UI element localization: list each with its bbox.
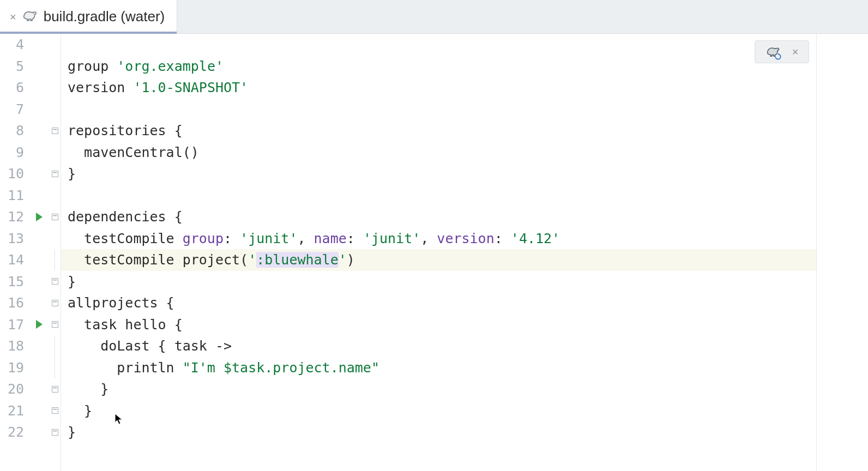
run-gutter-cell[interactable]	[29, 142, 49, 164]
fold-open-icon[interactable]	[52, 128, 58, 134]
fold-gutter-cell[interactable]	[49, 228, 61, 250]
run-gutter-cell[interactable]	[29, 314, 49, 336]
code-token: version	[68, 80, 133, 95]
run-gutter-cell[interactable]	[29, 99, 49, 120]
code-line[interactable]: doLast { task ->	[61, 335, 816, 357]
run-gutter-cell[interactable]	[29, 357, 49, 379]
run-gutter-cell[interactable]	[29, 421, 49, 443]
line-number[interactable]: 15	[0, 271, 24, 293]
fold-gutter-cell[interactable]	[49, 142, 61, 164]
line-number[interactable]: 21	[0, 400, 24, 422]
line-number[interactable]: 11	[0, 185, 24, 207]
code-line[interactable]: mavenCentral()	[61, 142, 816, 164]
run-gutter-cell[interactable]	[29, 185, 49, 207]
gradle-reload-icon[interactable]	[765, 44, 781, 59]
fold-open-icon[interactable]	[52, 321, 58, 328]
code-token: '1.0-SNAPSHOT'	[133, 80, 248, 95]
code-line[interactable]: version '1.0-SNAPSHOT'	[61, 77, 816, 99]
run-icon[interactable]	[36, 213, 43, 221]
fold-close-icon[interactable]	[52, 407, 58, 414]
run-gutter[interactable]	[29, 34, 49, 471]
line-number[interactable]: 9	[0, 142, 24, 164]
fold-gutter-cell[interactable]	[49, 163, 61, 185]
code-line[interactable]: }	[61, 421, 816, 443]
fold-gutter-cell[interactable]	[49, 421, 61, 443]
code-line[interactable]: }	[61, 378, 816, 400]
fold-gutter-cell[interactable]	[49, 271, 61, 293]
line-number[interactable]: 12	[0, 206, 24, 228]
line-number[interactable]: 17	[0, 314, 24, 336]
fold-gutter-cell[interactable]	[49, 357, 61, 379]
gradle-reload-close-icon[interactable]: ×	[792, 46, 799, 58]
code-line[interactable]: }	[61, 400, 816, 422]
run-gutter-cell[interactable]	[29, 120, 49, 142]
line-number[interactable]: 7	[0, 99, 24, 120]
line-number-gutter[interactable]: 45678910111213141516171819202122	[0, 34, 29, 471]
code-line[interactable]	[61, 99, 816, 120]
run-gutter-cell[interactable]	[29, 56, 49, 77]
line-number[interactable]: 10	[0, 163, 24, 185]
line-number[interactable]: 20	[0, 378, 24, 400]
run-gutter-cell[interactable]	[29, 206, 49, 228]
code-line[interactable]: task hello {	[61, 314, 816, 336]
fold-gutter-cell[interactable]	[49, 77, 61, 99]
line-number[interactable]: 16	[0, 292, 24, 314]
line-number[interactable]: 4	[0, 34, 24, 56]
code-line[interactable]: dependencies {	[61, 206, 816, 228]
line-number[interactable]: 22	[0, 421, 24, 443]
run-gutter-cell[interactable]	[29, 34, 49, 56]
run-gutter-cell[interactable]	[29, 249, 49, 271]
run-gutter-cell[interactable]	[29, 271, 49, 293]
fold-gutter-cell[interactable]	[49, 378, 61, 400]
run-icon[interactable]	[36, 320, 43, 329]
fold-gutter-cell[interactable]	[49, 185, 61, 207]
fold-gutter-cell[interactable]	[49, 99, 61, 120]
run-gutter-cell[interactable]	[29, 378, 49, 400]
code-line[interactable]: repositories {	[61, 120, 816, 142]
fold-gutter[interactable]	[49, 34, 61, 471]
gradle-reload-widget[interactable]: ×	[755, 40, 809, 63]
fold-gutter-cell[interactable]	[49, 292, 61, 314]
fold-gutter-cell[interactable]	[49, 206, 61, 228]
run-gutter-cell[interactable]	[29, 335, 49, 357]
line-number[interactable]: 18	[0, 335, 24, 357]
code-editor[interactable]: 45678910111213141516171819202122 group '…	[0, 34, 868, 471]
fold-gutter-cell[interactable]	[49, 56, 61, 77]
line-number[interactable]: 8	[0, 120, 24, 142]
line-number[interactable]: 14	[0, 249, 24, 271]
line-number[interactable]: 5	[0, 56, 24, 77]
run-gutter-cell[interactable]	[29, 228, 49, 250]
fold-gutter-cell[interactable]	[49, 400, 61, 422]
fold-gutter-cell[interactable]	[49, 120, 61, 142]
code-line[interactable]: }	[61, 163, 816, 185]
run-gutter-cell[interactable]	[29, 77, 49, 99]
fold-close-icon[interactable]	[52, 386, 58, 392]
code-line[interactable]: group 'org.example'	[61, 56, 816, 77]
fold-close-icon[interactable]	[52, 171, 58, 177]
line-number[interactable]: 6	[0, 77, 24, 99]
code-line[interactable]	[61, 185, 816, 207]
line-number[interactable]: 19	[0, 357, 24, 379]
fold-gutter-cell[interactable]	[49, 249, 61, 271]
run-gutter-cell[interactable]	[29, 163, 49, 185]
fold-open-icon[interactable]	[52, 214, 58, 220]
code-line[interactable]: testCompile group: 'junit', name: 'junit…	[61, 228, 816, 250]
fold-gutter-cell[interactable]	[49, 335, 61, 357]
fold-close-icon[interactable]	[52, 429, 58, 436]
run-gutter-cell[interactable]	[29, 400, 49, 422]
fold-open-icon[interactable]	[52, 300, 58, 306]
code-line[interactable]: println "I'm $task.project.name"	[61, 357, 816, 379]
run-gutter-cell[interactable]	[29, 292, 49, 314]
code-area[interactable]: group 'org.example'version '1.0-SNAPSHOT…	[61, 34, 817, 471]
code-line[interactable]: testCompile project(':bluewhale')	[61, 249, 816, 271]
editor-tab[interactable]: × build.gradle (water)	[0, 0, 177, 33]
fold-gutter-cell[interactable]	[49, 314, 61, 336]
line-number[interactable]: 13	[0, 228, 24, 250]
scrollbar-track[interactable]	[817, 34, 868, 471]
fold-close-icon[interactable]	[52, 278, 58, 285]
close-tab-icon[interactable]: ×	[10, 11, 16, 22]
fold-gutter-cell[interactable]	[49, 34, 61, 56]
code-line[interactable]	[61, 34, 816, 56]
code-line[interactable]: allprojects {	[61, 292, 816, 314]
code-line[interactable]: }	[61, 271, 816, 293]
